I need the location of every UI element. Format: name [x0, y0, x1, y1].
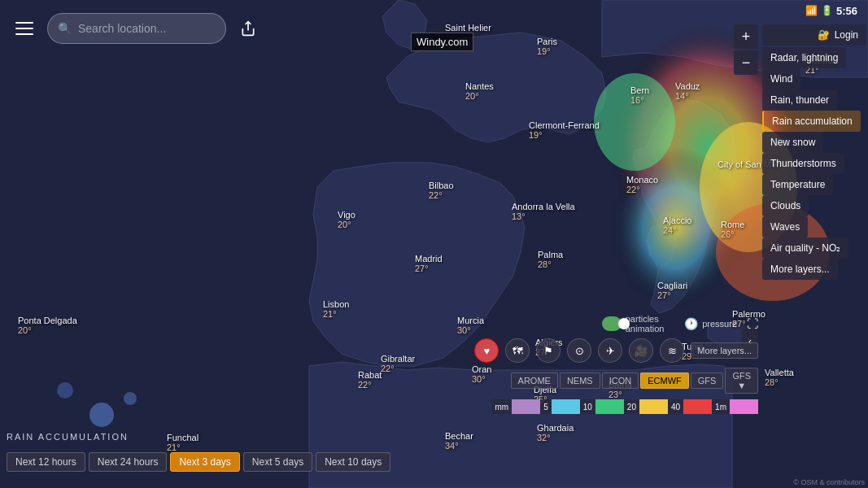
search-icon: 🔍	[58, 22, 72, 35]
time-button-3d[interactable]: Next 3 days	[170, 452, 239, 472]
layer-button-waves[interactable]: Waves	[762, 216, 808, 237]
rain-accumulation-label: Rain accumulation	[7, 432, 129, 442]
menu-line-1	[15, 22, 33, 24]
scale-color-5	[730, 399, 758, 414]
particles-toggle[interactable]	[602, 316, 622, 331]
time-button-10d[interactable]: Next 10 days	[316, 452, 390, 472]
scale-label-10: 10	[580, 399, 595, 414]
model-button-icon[interactable]: ICON	[602, 373, 639, 389]
layer-button-air-quality[interactable]: Air quality - NO₂	[762, 237, 848, 259]
clock-icon: 🕐	[684, 317, 698, 330]
wifi-icon: 📶	[805, 5, 818, 16]
share-button[interactable]	[233, 13, 264, 44]
layer-button-thunderstorms[interactable]: Thunderstorms	[762, 153, 844, 174]
model-button-ecmwf[interactable]: ECMWF	[640, 373, 689, 389]
time-button-12h[interactable]: Next 12 hours	[7, 452, 85, 472]
icon-map[interactable]: 🗺	[505, 338, 530, 363]
color-scale-row: mm51020401m	[491, 399, 758, 415]
scale-label-20: 20	[624, 399, 639, 414]
model-button-gfs-extra[interactable]: GFS ▼	[725, 368, 758, 394]
icon-wind-icon[interactable]: ≋	[660, 338, 684, 363]
scale-color-0	[512, 399, 540, 414]
zoom-out-button[interactable]: −	[734, 50, 758, 75]
model-row: AROMENEMSICONECMWFGFSGFS ▼	[511, 368, 758, 394]
search-input[interactable]	[78, 22, 216, 35]
scale-label-1m: 1m	[712, 399, 730, 414]
pressure-label: pressure	[702, 319, 737, 329]
bottom-left-label: Rain accumulation	[7, 432, 129, 442]
copyright: © OSM & contributors	[790, 477, 868, 488]
icon-camera[interactable]: 🎥	[629, 338, 653, 363]
search-box[interactable]: 🔍	[47, 13, 226, 44]
scale-color-3	[639, 399, 668, 414]
svg-point-8	[124, 392, 137, 405]
bottom-center-controls: particles animation 🕐 pressure ⛶ ♥🗺⚑⊙✈🎥≋…	[602, 314, 758, 415]
layer-button-new-snow[interactable]: New snow	[762, 132, 823, 153]
particles-label: particles animation	[626, 314, 674, 333]
menu-line-3	[15, 33, 33, 35]
icon-temp-gauge[interactable]: ⊙	[567, 338, 591, 363]
layer-button-clouds[interactable]: Clouds	[762, 195, 809, 216]
battery-icon: 🔋	[821, 5, 833, 16]
scale-label-40: 40	[668, 399, 683, 414]
scale-label-5: 5	[540, 399, 552, 414]
time-buttons: Next 12 hoursNext 24 hoursNext 3 daysNex…	[0, 452, 868, 472]
model-button-nems[interactable]: NEMS	[560, 373, 600, 389]
scale-color-1	[552, 399, 580, 414]
time-display: 5:56	[836, 5, 857, 17]
layer-button-radar-lightning[interactable]: Radar, lightning	[762, 47, 846, 68]
more-layers-button[interactable]: More layers...	[691, 342, 758, 359]
icon-plane[interactable]: ✈	[598, 338, 622, 363]
svg-point-6	[89, 403, 114, 427]
model-button-arome[interactable]: AROME	[511, 373, 558, 389]
svg-point-7	[57, 382, 73, 399]
menu-line-2	[15, 28, 33, 29]
status-bar: 📶 🔋 5:56	[799, 2, 864, 19]
scale-color-4	[683, 399, 712, 414]
right-panel: 🔐 Login Radar, lightningWindRain, thunde…	[762, 24, 868, 280]
icon-flag[interactable]: ⚑	[536, 338, 560, 363]
login-icon: 🔐	[818, 29, 830, 41]
time-button-5d[interactable]: Next 5 days	[243, 452, 312, 472]
fullscreen-icon[interactable]: ⛶	[747, 317, 758, 330]
zoom-controls: + −	[734, 24, 758, 76]
scale-color-2	[595, 399, 624, 414]
layer-button-rain-thunder[interactable]: Rain, thunder	[762, 89, 837, 111]
time-button-24h[interactable]: Next 24 hours	[89, 452, 168, 472]
zoom-in-button[interactable]: +	[734, 24, 758, 49]
layer-button-more-layers[interactable]: More layers...	[762, 259, 838, 280]
model-button-gfs[interactable]: GFS	[691, 373, 724, 389]
svg-point-4	[594, 73, 675, 171]
layer-button-temperature[interactable]: Temperature	[762, 174, 833, 195]
login-button[interactable]: 🔐 Login	[762, 24, 866, 46]
layer-list: Radar, lightningWindRain, thunderRain ac…	[762, 47, 866, 280]
layer-button-wind[interactable]: Wind	[762, 68, 800, 89]
scale-label-mm: mm	[491, 399, 512, 414]
icon-heart[interactable]: ♥	[474, 338, 499, 363]
icon-row: ♥🗺⚑⊙✈🎥≋More layers...	[474, 338, 758, 363]
menu-button[interactable]	[8, 12, 41, 45]
layer-button-rain-accumulation[interactable]: Rain accumulation	[762, 111, 861, 132]
